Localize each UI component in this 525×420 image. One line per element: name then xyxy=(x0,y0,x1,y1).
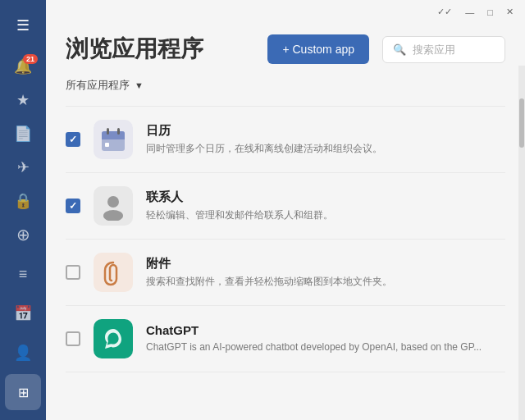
contacts-app-info: 联系人 轻松编辑、管理和发邮件给联系人和组群。 xyxy=(146,189,505,222)
svg-rect-5 xyxy=(105,143,109,147)
user-icon: 👤 xyxy=(14,344,32,362)
contacts-checkbox[interactable] xyxy=(66,199,80,213)
menu-icon[interactable]: ☰ xyxy=(10,10,36,41)
attachments-app-icon xyxy=(94,253,133,292)
chatgpt-app-desc: ChatGPT is an AI-powered chatbot develop… xyxy=(146,340,505,354)
svg-rect-2 xyxy=(102,136,125,139)
sidebar-item-user[interactable]: 👤 xyxy=(5,335,41,371)
sidebar-item-calendar[interactable]: 📅 xyxy=(5,295,41,331)
filter-label[interactable]: 所有应用程序 xyxy=(66,78,130,93)
filter-bar: 所有应用程序 ▼ xyxy=(46,78,525,106)
contacts-app-desc: 轻松编辑、管理和发邮件给联系人和组群。 xyxy=(146,208,505,222)
search-box: 🔍 xyxy=(382,36,505,63)
close-button[interactable]: ✕ xyxy=(503,5,517,19)
page-title: 浏览应用程序 xyxy=(66,34,254,65)
app-list: 日历 同时管理多个日历，在线和离线创建活动和组织会议。 联系人 轻松编辑、管理和… xyxy=(46,106,525,372)
attachments-app-name: 附件 xyxy=(146,256,505,272)
add-icon: ⊕ xyxy=(16,225,30,244)
contacts-app-icon xyxy=(94,186,133,226)
document-icon: 📄 xyxy=(14,125,32,143)
maximize-button[interactable]: □ xyxy=(484,6,496,19)
sidebar-item-documents[interactable]: 📄 xyxy=(5,118,41,148)
sidebar-item-messages[interactable]: ✈ xyxy=(5,152,41,182)
list-item: ChatGPT ChatGPT is an AI-powered chatbot… xyxy=(66,306,505,372)
sidebar-item-cloud[interactable]: ⊕ xyxy=(5,219,41,249)
checkmark-icon: ✓✓ xyxy=(434,5,455,19)
calendar-app-icon xyxy=(94,120,133,159)
calendar-app-desc: 同时管理多个日历，在线和离线创建活动和组织会议。 xyxy=(146,142,505,156)
svg-point-7 xyxy=(103,210,123,221)
attachments-app-desc: 搜索和查找附件，查看并轻松拖动缩略图到本地文件夹。 xyxy=(146,275,505,289)
attachments-checkbox[interactable] xyxy=(66,265,80,280)
svg-rect-4 xyxy=(117,128,120,135)
list-icon: ≡ xyxy=(19,266,28,283)
scroll-track xyxy=(518,66,525,420)
chatgpt-app-info: ChatGPT ChatGPT is an AI-powered chatbot… xyxy=(146,323,505,354)
sidebar-item-starred[interactable]: ★ xyxy=(5,84,41,115)
minimize-button[interactable]: — xyxy=(462,6,477,19)
sidebar-item-apps[interactable]: ⊞ xyxy=(5,374,41,410)
list-item: 联系人 轻松编辑、管理和发邮件给联系人和组群。 xyxy=(66,173,505,240)
lock-icon: 🔒 xyxy=(14,192,32,210)
search-input[interactable] xyxy=(413,43,495,56)
star-icon: ★ xyxy=(16,91,30,109)
attachments-app-info: 附件 搜索和查找附件，查看并轻松拖动缩略图到本地文件夹。 xyxy=(146,256,505,289)
titlebar: ✓✓ — □ ✕ xyxy=(46,0,525,24)
chatgpt-checkbox[interactable] xyxy=(66,331,80,346)
search-icon: 🔍 xyxy=(393,43,406,56)
send-icon: ✈ xyxy=(17,158,30,176)
chatgpt-app-icon xyxy=(94,319,133,358)
list-item: 附件 搜索和查找附件，查看并轻松拖动缩略图到本地文件夹。 xyxy=(66,240,505,306)
list-item: 日历 同时管理多个日历，在线和离线创建活动和组织会议。 xyxy=(66,106,505,173)
svg-rect-3 xyxy=(107,128,109,135)
sidebar-item-list[interactable]: ≡ xyxy=(5,256,41,292)
main-content: ✓✓ — □ ✕ 浏览应用程序 + Custom app 🔍 所有应用程序 ▼ xyxy=(46,0,525,420)
apps-icon: ⊞ xyxy=(18,385,29,400)
chevron-down-icon[interactable]: ▼ xyxy=(135,80,144,90)
page-header: 浏览应用程序 + Custom app 🔍 xyxy=(46,24,525,78)
svg-point-6 xyxy=(107,196,119,208)
scroll-thumb[interactable] xyxy=(519,98,524,148)
calendar-app-name: 日历 xyxy=(146,123,505,139)
calendar-checkbox[interactable] xyxy=(66,132,80,147)
sidebar-item-lock[interactable]: 🔒 xyxy=(5,185,41,216)
chatgpt-app-name: ChatGPT xyxy=(146,323,505,337)
custom-app-button[interactable]: + Custom app xyxy=(267,34,369,64)
contacts-app-name: 联系人 xyxy=(146,189,505,205)
sidebar: ☰ 🔔 21 ★ 📄 ✈ 🔒 ⊕ ≡ 📅 👤 ⊞ xyxy=(0,0,46,420)
calendar-app-info: 日历 同时管理多个日历，在线和离线创建活动和组织会议。 xyxy=(146,123,505,156)
sidebar-item-notifications[interactable]: 🔔 21 xyxy=(5,51,41,81)
notification-badge: 21 xyxy=(23,54,38,64)
calendar-icon: 📅 xyxy=(14,304,32,322)
